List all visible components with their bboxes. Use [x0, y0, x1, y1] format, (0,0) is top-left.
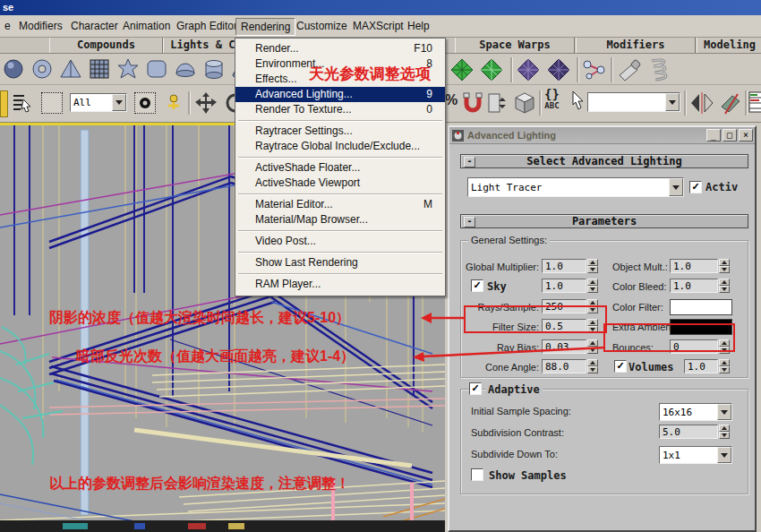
ffd-quad2-icon[interactable]	[546, 57, 571, 82]
minimize-icon[interactable]: _	[706, 129, 721, 142]
collapse-icon[interactable]: -	[464, 217, 475, 227]
crossing-box-icon[interactable]	[510, 89, 537, 116]
manipulate-icon[interactable]	[163, 91, 184, 113]
dropdown-arrow-icon[interactable]	[717, 404, 731, 420]
ray-bias-field[interactable]: 0.03	[542, 339, 586, 354]
menu-raytracer-settings[interactable]: Raytracer Settings...	[235, 124, 445, 139]
annotation-bottom-note: 以上的参数调整后会影响渲染速度，注意调整！	[49, 475, 350, 493]
rollout-parameters[interactable]: - Parameters	[460, 214, 748, 228]
menu-item-maxscript[interactable]: MAXScript	[348, 18, 408, 34]
subdivide-down-to-dropdown[interactable]: 1x1	[659, 446, 732, 464]
mirror-icon[interactable]	[689, 90, 714, 116]
planar-quad-icon[interactable]	[449, 57, 475, 82]
sky-field[interactable]: 1.0	[542, 279, 586, 293]
toolbar-separator	[510, 57, 513, 82]
percent-snap-icon[interactable]: %	[445, 92, 457, 108]
dropdown-arrow-icon[interactable]	[665, 93, 680, 111]
color-bleed-spinner[interactable]	[719, 279, 730, 293]
menu-raytrace-global[interactable]: Raytrace Global Include/Exclude...	[235, 139, 445, 154]
close-icon[interactable]: ×	[739, 129, 753, 142]
cone-angle-field[interactable]: 88.0	[542, 359, 586, 373]
menu-show-last-rendering[interactable]: Show Last Rendering	[235, 255, 445, 270]
menu-item-rendering[interactable]: Rendering	[235, 18, 295, 36]
color-filter-swatch[interactable]	[670, 299, 732, 315]
initial-sample-spacing-dropdown[interactable]: 16x16	[659, 403, 732, 421]
subdivision-contrast-spinner[interactable]	[719, 425, 730, 439]
maximize-icon[interactable]: □	[723, 129, 737, 142]
menu-video-post[interactable]: Video Post...	[235, 234, 445, 249]
cone-angle-spinner[interactable]	[587, 359, 598, 373]
pyramid-icon[interactable]	[59, 57, 82, 81]
curve-editor-icon[interactable]	[748, 90, 761, 114]
ray-bias-spinner[interactable]	[587, 339, 598, 354]
volumes-field[interactable]: 1.0	[684, 359, 718, 373]
menu-item-file-partial[interactable]: e	[0, 18, 15, 34]
selection-filter-icon[interactable]	[134, 92, 156, 114]
dropdown-arrow-icon[interactable]	[112, 94, 126, 111]
named-selection-sets-dropdown[interactable]	[587, 92, 680, 112]
adaptive-checkbox[interactable]: ✓	[469, 382, 482, 395]
annotation-filter-size-note: 阴影的浓度（值越大渲染时间越长，建议5-10）	[49, 309, 350, 328]
snap-magnet-icon[interactable]	[460, 90, 485, 116]
rect-selection-region-icon[interactable]	[41, 92, 63, 114]
color-bleed-field[interactable]: 1.0	[670, 279, 718, 293]
align-eraser-icon[interactable]	[718, 90, 743, 116]
menu-material-editor[interactable]: Material Editor...M	[235, 197, 445, 212]
menu-activeshade-viewport[interactable]: ActiveShade Viewport	[235, 176, 445, 191]
select-by-name-icon[interactable]	[11, 91, 34, 115]
volumes-spinner[interactable]	[719, 359, 730, 373]
selection-filter-dropdown[interactable]: All	[70, 93, 127, 112]
menu-render[interactable]: Render...F10	[235, 41, 445, 56]
dropdown-arrow-icon[interactable]	[669, 178, 683, 196]
tab-modeling[interactable]: Modeling	[697, 38, 761, 53]
chamferbox-icon[interactable]	[145, 57, 168, 81]
menu-item-customize[interactable]: Customize	[292, 18, 352, 34]
menu-item-character[interactable]: Character	[66, 18, 123, 34]
dialog-titlebar[interactable]: Advanced Lighting _ □ ×	[449, 127, 755, 144]
menu-ram-player[interactable]: RAM Player...	[235, 277, 445, 292]
menu-item-animation[interactable]: Animation	[118, 18, 175, 34]
global-multiplier-field[interactable]: 1.0	[542, 259, 586, 273]
subdivide-down-to-label: Subdivide Down To:	[471, 449, 558, 459]
adaptive-label: Adaptive	[485, 383, 543, 396]
planar-quad2-icon[interactable]	[479, 57, 504, 82]
sphere-icon[interactable]	[2, 57, 25, 81]
ffd-quad-icon[interactable]	[516, 57, 541, 82]
tab-modifiers[interactable]: Modifiers	[576, 38, 696, 53]
partial-icon[interactable]	[0, 90, 8, 117]
object-mult-spinner[interactable]	[719, 259, 730, 273]
menu-material-map-browser[interactable]: Material/Map Browser...	[235, 212, 445, 227]
star-icon[interactable]	[116, 57, 140, 81]
active-checkbox[interactable]: ✓	[689, 181, 702, 193]
spinner-snap-icon[interactable]	[487, 90, 507, 116]
tab-space-warps[interactable]: Space Warps	[455, 38, 575, 53]
spring-icon[interactable]	[646, 56, 673, 84]
connect-icon[interactable]	[582, 57, 607, 82]
menu-item-help[interactable]: Help	[403, 18, 434, 34]
lighting-plugin-dropdown[interactable]: Light Tracer	[467, 177, 684, 197]
menu-separator	[235, 249, 445, 255]
show-samples-checkbox[interactable]	[471, 468, 483, 481]
select-move-icon[interactable]	[193, 90, 218, 116]
spray-icon[interactable]	[616, 57, 643, 82]
toolbar-separator	[745, 90, 748, 116]
global-multiplier-spinner[interactable]	[587, 259, 598, 273]
grid-icon[interactable]	[88, 57, 111, 81]
volumes-checkbox[interactable]: ✓	[614, 360, 627, 373]
menu-advanced-lighting[interactable]: Advanced Lighting...9	[235, 87, 445, 102]
sky-spinner[interactable]	[587, 279, 598, 293]
menu-activeshade-floater[interactable]: ActiveShade Floater...	[235, 160, 445, 176]
tab-compounds[interactable]: Compounds	[49, 38, 163, 53]
rollout-select-advanced-lighting[interactable]: - Select Advanced Lighting	[460, 154, 748, 168]
sky-checkbox[interactable]: ✓	[471, 279, 483, 292]
menu-render-to-texture[interactable]: Render To Texture...0	[235, 102, 445, 117]
menu-item-modifiers[interactable]: Modifiers	[14, 18, 67, 34]
cylinder-icon[interactable]	[202, 57, 226, 81]
subdivision-contrast-field[interactable]: 5.0	[659, 425, 718, 439]
dome-icon[interactable]	[174, 57, 197, 81]
edit-named-selections-icon[interactable]: {} ABC	[544, 89, 560, 112]
dropdown-arrow-icon[interactable]	[717, 447, 731, 463]
collapse-icon[interactable]: -	[464, 157, 475, 167]
object-mult-field[interactable]: 1.0	[670, 259, 718, 273]
tube-icon[interactable]	[30, 57, 54, 81]
